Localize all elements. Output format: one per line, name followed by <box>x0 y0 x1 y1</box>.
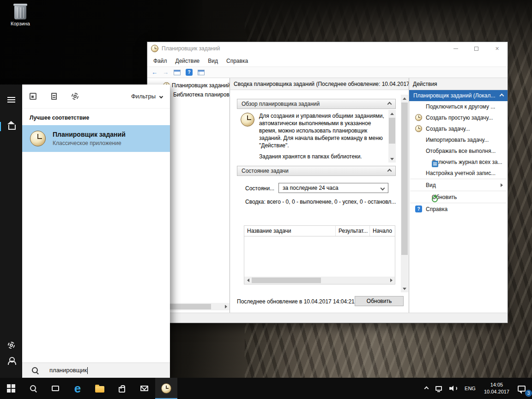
taskbar-mail-button[interactable] <box>133 378 155 399</box>
tray-volume[interactable] <box>446 378 461 399</box>
action-view[interactable]: Вид <box>409 180 508 191</box>
collapse-icon[interactable] <box>500 93 504 98</box>
menu-help[interactable]: Справка <box>222 58 252 64</box>
triangle-right-icon <box>225 305 227 308</box>
action-import-task[interactable]: Импортировать задачу... <box>409 134 508 145</box>
collapse-icon[interactable] <box>387 102 392 106</box>
sidebar-item-home[interactable] <box>0 119 22 134</box>
clock-date: 10.04.2017 <box>484 388 509 395</box>
refresh-button[interactable]: Обновить <box>355 296 404 306</box>
action-at-service-account-config[interactable]: Настройка учетной запис... <box>409 168 508 179</box>
task-status-section-header[interactable]: Состояние задачи <box>237 166 396 176</box>
filter-documents-icon[interactable] <box>51 93 57 100</box>
taskbar-clock[interactable]: 14:05 10.04.2017 <box>479 378 514 399</box>
scrollbar-thumb[interactable] <box>401 103 408 255</box>
scroll-up-button[interactable] <box>401 95 408 102</box>
window-content: Планировщик заданий (Лок Библиотека план… <box>147 78 508 313</box>
status-period-dropdown[interactable]: за последние 24 часа <box>278 183 388 193</box>
search-result-task-scheduler[interactable]: Планировщик заданий Классическое приложе… <box>22 125 170 152</box>
task-scheduler-window: Планировщик заданий × Файл Действие Вид … <box>147 42 508 323</box>
window-title: Планировщик заданий <box>162 45 445 52</box>
column-task-name[interactable]: Название задачи <box>244 226 336 236</box>
network-icon <box>435 386 442 391</box>
maximize-button[interactable] <box>466 42 487 55</box>
actions-pane: Действия Планировщик заданий (Локал... П… <box>409 78 508 313</box>
scrollbar-thumb[interactable] <box>389 118 395 144</box>
action-create-basic-task[interactable]: Создать простую задачу... <box>409 112 508 123</box>
tray-show-hidden-icons[interactable] <box>421 378 432 399</box>
taskbar-file-explorer-button[interactable] <box>89 378 111 399</box>
action-center-button[interactable]: 3 <box>514 378 532 399</box>
console-tree-icon[interactable] <box>174 70 181 75</box>
summary-pane-header: Сводка планировщика заданий (Последнее о… <box>230 78 409 90</box>
hamburger-menu-button[interactable] <box>0 92 22 108</box>
taskbar-task-scheduler-button[interactable] <box>155 378 177 399</box>
overview-scrollbar[interactable] <box>388 110 396 163</box>
scroll-up-button[interactable] <box>388 110 396 117</box>
hamburger-icon <box>7 97 15 103</box>
filters-label: Фильтры <box>131 93 156 100</box>
summary-scrollbar[interactable] <box>401 95 408 292</box>
actions-group-task-scheduler[interactable]: Планировщик заданий (Локал... <box>409 90 508 101</box>
minimize-button[interactable] <box>445 42 466 55</box>
action-create-task[interactable]: Создать задачу... <box>409 123 508 134</box>
action-label: Подключиться к другому ... <box>426 103 495 110</box>
scroll-right-button[interactable] <box>387 277 395 284</box>
menu-action[interactable]: Действие <box>171 58 204 64</box>
search-icon <box>31 367 39 374</box>
scroll-right-button[interactable] <box>222 303 230 310</box>
menu-bar: Файл Действие Вид Справка <box>147 55 508 67</box>
action-enable-task-history[interactable]: Включить журнал всех за... <box>409 157 508 168</box>
last-update-text: Последнее обновление в 10.04.2017 14:04:… <box>237 298 355 305</box>
search-box[interactable]: планировщик <box>22 363 170 378</box>
sidebar-item-settings[interactable] <box>0 337 22 353</box>
recycle-bin[interactable]: Корзина <box>6 4 35 26</box>
filters-button[interactable]: Фильтры <box>131 93 163 100</box>
menu-file[interactable]: Файл <box>149 58 171 64</box>
action-center-icon <box>518 386 526 392</box>
column-start[interactable]: Начало <box>370 226 395 236</box>
edge-icon: e <box>74 382 81 394</box>
back-icon[interactable]: ← <box>151 69 157 76</box>
search-icon <box>30 385 37 392</box>
mail-icon <box>140 386 148 391</box>
scroll-down-button[interactable] <box>401 285 408 292</box>
sidebar-item-account[interactable] <box>0 353 22 369</box>
collapse-icon[interactable] <box>387 169 392 173</box>
taskbar-store-button[interactable] <box>111 378 133 399</box>
status-summary-text: Сводка: всего - 0, 0 - выполнение, 0 - у… <box>245 199 396 205</box>
filter-apps-icon[interactable] <box>30 93 36 100</box>
task-view-button[interactable] <box>44 378 66 399</box>
action-refresh[interactable]: Обновить <box>409 192 508 203</box>
chevron-up-icon <box>424 386 429 391</box>
action-connect-to-another-computer[interactable]: Подключиться к другому ... <box>409 101 508 112</box>
action-help[interactable]: ? Справка <box>409 204 508 215</box>
result-title: Планировщик заданий <box>53 131 126 138</box>
scrollbar-thumb[interactable] <box>252 278 321 283</box>
task-history-icon <box>432 161 438 167</box>
action-label: Отображать все выполня... <box>426 148 496 154</box>
scroll-down-button[interactable] <box>388 155 396 163</box>
create-basic-task-icon <box>415 114 422 121</box>
tray-language[interactable]: ENG <box>461 378 479 399</box>
summary-pane: Сводка планировщика заданий (Последнее о… <box>230 78 409 313</box>
taskbar-search-button[interactable] <box>22 378 44 399</box>
show-action-pane-icon[interactable] <box>198 70 205 75</box>
separator <box>410 203 507 203</box>
close-button[interactable]: × <box>487 42 508 55</box>
overview-section-header[interactable]: Обзор планировщика заданий <box>237 99 396 109</box>
menu-view[interactable]: Вид <box>204 58 222 64</box>
taskbar-edge-button[interactable]: e <box>66 378 89 399</box>
window-titlebar[interactable]: Планировщик заданий × <box>147 42 508 55</box>
chevron-down-icon <box>381 186 385 190</box>
forward-icon[interactable]: → <box>163 69 169 76</box>
tray-network[interactable] <box>432 378 446 399</box>
filter-settings-icon[interactable] <box>72 93 79 100</box>
start-button[interactable] <box>0 378 22 399</box>
scroll-left-button[interactable] <box>244 277 252 284</box>
help-icon[interactable]: ? <box>186 69 193 76</box>
column-result[interactable]: Результат... <box>336 226 370 236</box>
table-horizontal-scrollbar[interactable] <box>244 277 395 284</box>
action-label: Включить журнал всех за... <box>432 159 502 165</box>
action-display-running-tasks[interactable]: Отображать все выполня... <box>409 145 508 157</box>
